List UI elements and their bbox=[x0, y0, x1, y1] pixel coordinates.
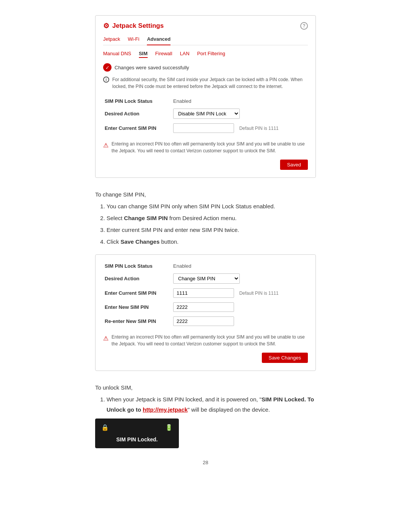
save-changes-button[interactable]: Save Changes bbox=[262, 353, 308, 363]
enter-current-pin-cell-2: Default PIN is 1111 bbox=[172, 286, 308, 300]
change-step-4: Click Save Changes button. bbox=[107, 236, 316, 247]
form2-row-desired-action: Desired Action Change SIM PIN bbox=[103, 271, 308, 286]
enter-new-pin-label: Enter New SIM PIN bbox=[103, 300, 172, 314]
change-steps-list: You can change SIM PIN only when SIM PIN… bbox=[107, 201, 316, 247]
change-step-1: You can change SIM PIN only when SIM PIN… bbox=[107, 201, 316, 211]
my-jetpack-link[interactable]: http://my.jetpack bbox=[143, 406, 188, 413]
settings-panel-1: ⚙ Jetpack Settings ? Jetpack Wi-Fi Advan… bbox=[95, 15, 316, 178]
reenter-new-pin-cell bbox=[172, 314, 308, 328]
unlock-step-1: When your Jetpack is SIM PIN locked, and… bbox=[107, 394, 316, 415]
success-message: Changes were saved successfully bbox=[115, 65, 189, 70]
desired-action-select-2[interactable]: Change SIM PIN bbox=[173, 273, 240, 284]
tab-nav: Jetpack Wi-Fi Advanced bbox=[103, 35, 308, 45]
warning-text-1: Entering an incorrect PIN too often will… bbox=[112, 141, 308, 154]
enter-current-pin-input[interactable] bbox=[173, 123, 234, 133]
sim-form-table-1: SIM PIN Lock Status Enabled Desired Acti… bbox=[103, 96, 308, 135]
subtab-lan[interactable]: LAN bbox=[180, 51, 190, 58]
warning-icon-2: ⚠ bbox=[103, 334, 108, 347]
warning-box-1: ⚠ Entering an incorrect PIN too often wi… bbox=[103, 141, 308, 154]
change-step-3: Enter current SIM PIN and enter new SIM … bbox=[107, 225, 316, 235]
warning-text-2: Entering an incorrect PIN too often will… bbox=[112, 334, 308, 347]
subtab-manual-dns[interactable]: Manual DNS bbox=[103, 51, 131, 58]
unlock-bold-text: SIM PIN Locked. To Unlock go to http://m… bbox=[107, 396, 314, 413]
unlock-intro: To unlock SIM, bbox=[95, 382, 316, 393]
form-row-desired-action: Desired Action Disable SIM PIN Lock bbox=[103, 106, 308, 121]
panel-title-text: Jetpack Settings bbox=[112, 22, 164, 30]
desired-action-cell-2: Change SIM PIN bbox=[172, 271, 308, 286]
reenter-new-pin-input[interactable] bbox=[173, 316, 234, 326]
panel-title: ⚙ Jetpack Settings bbox=[103, 22, 164, 30]
enter-current-pin-input-2[interactable] bbox=[173, 288, 234, 298]
desired-action-label: Desired Action bbox=[103, 106, 172, 121]
subtab-nav: Manual DNS SIM Firewall LAN Port Filteri… bbox=[103, 51, 308, 58]
device-text: SIM PIN Locked. bbox=[116, 435, 158, 444]
button-row-2: Save Changes bbox=[103, 353, 308, 363]
lock-icon-device: 🔒 bbox=[101, 422, 109, 433]
enter-new-pin-input[interactable] bbox=[173, 302, 234, 312]
form2-row-lock-status: SIM PIN Lock Status Enabled bbox=[103, 261, 308, 271]
enter-pin-label: Enter Current SIM PIN bbox=[103, 121, 172, 135]
page-number: 28 bbox=[15, 460, 396, 465]
subtab-sim[interactable]: SIM bbox=[139, 51, 148, 58]
default-pin-note: Default PIN is 1111 bbox=[239, 126, 279, 131]
sim-pin-lock-label-2: SIM PIN Lock Status bbox=[103, 261, 172, 271]
info-text: For additional security, the SIM card in… bbox=[112, 76, 308, 90]
tab-wifi[interactable]: Wi-Fi bbox=[128, 35, 139, 43]
change-step-2: Select Change SIM PIN from Desired Actio… bbox=[107, 213, 316, 223]
saved-button[interactable]: Saved bbox=[280, 160, 308, 170]
success-banner: ✓ Changes were saved successfully bbox=[103, 63, 308, 72]
enter-current-pin-label-2: Enter Current SIM PIN bbox=[103, 286, 172, 300]
enter-new-pin-cell bbox=[172, 300, 308, 314]
default-pin-note-2: Default PIN is 1111 bbox=[239, 291, 279, 296]
device-display: 🔒 🔋 SIM PIN Locked. bbox=[95, 419, 179, 448]
instruction-change-sim-pin: To change SIM PIN, You can change SIM PI… bbox=[95, 189, 316, 247]
settings-panel-2: SIM PIN Lock Status Enabled Desired Acti… bbox=[95, 254, 316, 371]
form2-row-enter-new-pin: Enter New SIM PIN bbox=[103, 300, 308, 314]
instruction-unlock-sim: To unlock SIM, When your Jetpack is SIM … bbox=[95, 382, 316, 448]
form2-row-reenter-new-pin: Re-enter New SIM PIN bbox=[103, 314, 308, 328]
form2-row-enter-current-pin: Enter Current SIM PIN Default PIN is 111… bbox=[103, 286, 308, 300]
form-row-lock-status: SIM PIN Lock Status Enabled bbox=[103, 96, 308, 106]
sim-form-table-2: SIM PIN Lock Status Enabled Desired Acti… bbox=[103, 261, 308, 328]
tab-jetpack[interactable]: Jetpack bbox=[103, 35, 120, 43]
panel-header: ⚙ Jetpack Settings ? bbox=[103, 22, 308, 30]
unlock-steps-list: When your Jetpack is SIM PIN locked, and… bbox=[107, 394, 316, 415]
desired-action-select[interactable]: Disable SIM PIN Lock bbox=[173, 109, 240, 119]
desired-action-label-2: Desired Action bbox=[103, 271, 172, 286]
help-icon[interactable]: ? bbox=[300, 22, 308, 30]
reenter-new-pin-label: Re-enter New SIM PIN bbox=[103, 314, 172, 328]
battery-icon-device: 🔋 bbox=[165, 422, 173, 433]
gear-icon: ⚙ bbox=[103, 22, 109, 30]
form-row-enter-pin: Enter Current SIM PIN Default PIN is 111… bbox=[103, 121, 308, 135]
check-icon: ✓ bbox=[103, 63, 112, 72]
warning-icon: ⚠ bbox=[103, 141, 108, 154]
sim-pin-lock-label: SIM PIN Lock Status bbox=[103, 96, 172, 106]
change-intro: To change SIM PIN, bbox=[95, 189, 316, 200]
save-changes-bold: Save Changes bbox=[121, 238, 160, 245]
tab-advanced[interactable]: Advanced bbox=[147, 35, 170, 45]
subtab-port-filtering[interactable]: Port Filtering bbox=[197, 51, 225, 58]
warning-box-2: ⚠ Entering an incorrect PIN too often wi… bbox=[103, 334, 308, 347]
info-box: i For additional security, the SIM card … bbox=[103, 76, 308, 90]
info-icon: i bbox=[103, 77, 109, 83]
sim-pin-lock-value: Enabled bbox=[172, 96, 308, 106]
enter-pin-cell: Default PIN is 1111 bbox=[172, 121, 308, 135]
subtab-firewall[interactable]: Firewall bbox=[155, 51, 172, 58]
sim-pin-lock-value-2: Enabled bbox=[172, 261, 308, 271]
button-row-1: Saved bbox=[103, 160, 308, 170]
device-display-top: 🔒 🔋 bbox=[101, 422, 173, 433]
desired-action-cell: Disable SIM PIN Lock bbox=[172, 106, 308, 121]
